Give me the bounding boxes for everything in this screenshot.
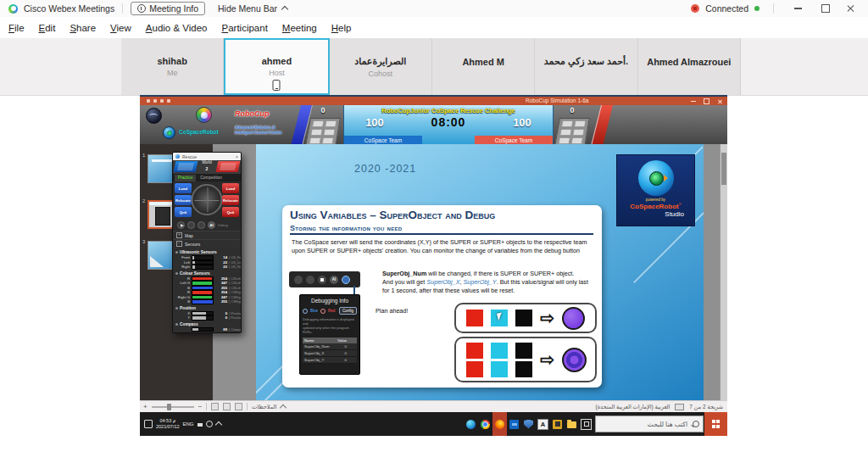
participant-tile[interactable]: shihab Me — [121, 38, 224, 95]
participant-role: Host — [269, 69, 285, 77]
red-team-button[interactable]: Quit — [222, 207, 239, 217]
sim-app-icon — [175, 154, 180, 159]
view-normal-icon[interactable] — [211, 403, 219, 410]
robocupjunior-logo — [196, 107, 212, 123]
table-row: SuperObj_X0 — [303, 350, 357, 357]
menu-item[interactable]: Edit — [39, 23, 56, 33]
map-section-header[interactable]: +Map — [173, 231, 241, 239]
ppt-window-title: RoboCup Simulation 1-6a — [526, 98, 588, 103]
participant-tile[interactable]: Ahmed M — [432, 38, 535, 95]
sensors-section-header[interactable]: −Sensors — [173, 239, 241, 248]
taskbar-app-button[interactable] — [550, 412, 565, 436]
world-header: World 2 — [173, 160, 241, 174]
menu-item[interactable]: Share — [70, 23, 96, 33]
close-button[interactable] — [846, 4, 854, 13]
red-team-button[interactable]: Load — [222, 183, 239, 193]
app-icon — [495, 420, 504, 429]
debug-label[interactable]: Debug — [218, 223, 228, 227]
zoom-out-icon[interactable]: − — [198, 403, 203, 410]
ai-button-icon: AI — [330, 276, 338, 284]
tray-clock[interactable]: م 04:53 2021/07/12 — [156, 418, 180, 430]
taskbar-app-button[interactable] — [521, 412, 536, 436]
proofing-language[interactable]: العربية (الإمارات العربية المتحدة) — [596, 404, 670, 410]
sensor-row: Right 22 ( US_Right ) — [175, 265, 238, 270]
taskbar-search[interactable] — [595, 416, 704, 432]
view-slideshow-icon[interactable] — [235, 403, 242, 410]
right-mini-score: 0 — [552, 105, 593, 145]
hidden-icons-chevron[interactable] — [214, 421, 221, 428]
participant-name: Ahmed Almazrouei — [647, 57, 731, 67]
cospacerobot-text-logo: CoSpaceRobot — [179, 129, 219, 135]
menu-item[interactable]: Audio & Video — [146, 23, 208, 33]
slide-canvas: 2020 -2021 Using Variables – SuperObject… — [256, 144, 704, 400]
pause-button[interactable] — [187, 221, 195, 229]
minimize-button[interactable] — [794, 8, 802, 9]
participant-name: الصرايرةعماد — [354, 56, 406, 67]
zoom-slider[interactable] — [152, 406, 194, 408]
participant-tile[interactable]: أحمد سعد زكي محمد. — [535, 38, 637, 95]
menu-item[interactable]: Participant — [222, 23, 268, 33]
score-right: 100 — [500, 116, 544, 129]
vertical-scrollbar[interactable] — [720, 144, 727, 400]
red-swatch — [466, 310, 483, 326]
red-team-button[interactable]: Relocate — [222, 195, 239, 205]
taskbar-app-button[interactable] — [579, 412, 593, 436]
start-button[interactable] — [704, 412, 727, 436]
sim-tab[interactable]: Practice — [175, 175, 196, 181]
robocup-text-logo: RoboCup — [235, 109, 270, 118]
chevron-up-icon — [280, 404, 287, 410]
language-indicator[interactable]: ENG — [183, 421, 194, 427]
app-icon — [524, 420, 533, 429]
taskbar-app-button[interactable] — [464, 412, 478, 436]
table-row: SuperObj_Y0 — [303, 357, 357, 364]
taskbar-app-button[interactable] — [492, 412, 507, 436]
collapse-icon: − — [176, 241, 182, 247]
taskbar-app-button[interactable]: A — [536, 412, 550, 436]
expand-icon: + — [176, 232, 182, 238]
ppt-workspace: 1 2 3 — [140, 144, 727, 400]
sim-tab[interactable]: Competition — [197, 175, 225, 181]
blue-team-button[interactable]: Load — [175, 183, 192, 193]
score-left: 100 — [353, 116, 397, 129]
menu-item[interactable]: Help — [331, 23, 352, 33]
system-tray[interactable]: م 04:53 2021/07/12 ENG — [140, 412, 225, 436]
menu-item[interactable]: File — [8, 23, 25, 33]
sim-panel-titlebar[interactable]: Rescue × — [173, 153, 241, 160]
participant-tile[interactable]: Ahmed Almazrouei — [638, 38, 741, 95]
zoom-in-icon[interactable]: + — [143, 403, 147, 410]
ai-button[interactable]: AI — [208, 221, 215, 229]
view-sorter-icon[interactable] — [223, 403, 231, 410]
taskbar-app-button[interactable] — [478, 412, 492, 436]
slide-counter: شريحة 2 من 7 — [689, 404, 723, 410]
aricc-logo: Advanced Robotics & Intelligent Control … — [235, 126, 281, 135]
display-settings-icon[interactable] — [675, 404, 684, 410]
scrollbar-thumb[interactable] — [721, 153, 726, 185]
notes-button[interactable]: الملاحظات — [252, 404, 276, 410]
ppt-restore-icon — [704, 98, 709, 104]
blue-team-button[interactable]: Relocate — [175, 195, 192, 205]
restore-button[interactable] — [821, 4, 830, 13]
network-icon[interactable] — [198, 421, 203, 427]
volume-icon[interactable] — [206, 421, 213, 427]
blue-team-button[interactable]: Quit — [175, 207, 192, 217]
action-center-icon[interactable] — [144, 420, 153, 428]
menu-item[interactable]: View — [110, 23, 131, 33]
swatch-example-2: ⇨ — [454, 337, 597, 382]
slide-content-card: Using Variables – SuperObject and Debug … — [282, 205, 602, 388]
stop-button-icon — [318, 276, 326, 284]
scoreboard: RoboCup CoSpaceRobot Advanced Robotics &… — [140, 105, 727, 145]
play-button[interactable] — [177, 221, 185, 229]
search-input[interactable] — [601, 420, 689, 429]
taskbar-app-button[interactable] — [565, 412, 579, 436]
menu-item[interactable]: Meeting — [282, 23, 317, 33]
radio-blue-icon — [303, 309, 308, 314]
hide-menu-bar-button[interactable]: Hide Menu Bar — [218, 3, 287, 14]
sensor-row: 89 ( Compass ) — [175, 327, 238, 332]
webex-window: Cisco Webex Meetings Meeting Info Hide M… — [0, 0, 868, 463]
participant-tile[interactable]: ahmed Host — [224, 38, 329, 95]
participant-tile[interactable]: الصرايرةعماد Cohost — [330, 38, 432, 95]
compass-dial[interactable] — [192, 184, 223, 215]
stop-button[interactable] — [198, 221, 205, 229]
taskbar-app-button[interactable] — [507, 412, 521, 436]
meeting-info-button[interactable]: Meeting Info — [131, 2, 205, 15]
